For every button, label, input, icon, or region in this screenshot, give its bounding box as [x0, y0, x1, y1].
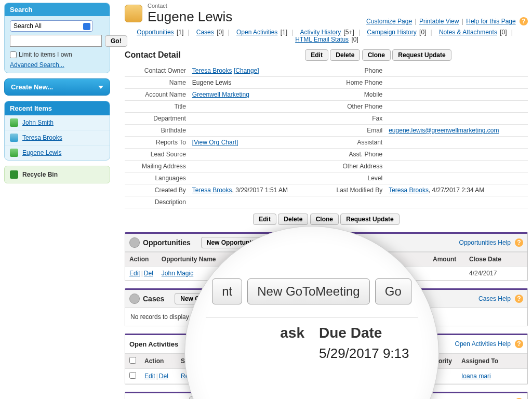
email-link[interactable]: eugene.lewis@greenwellmarketing.com [389, 127, 499, 134]
created-by-link[interactable]: Teresa Brooks [192, 187, 232, 194]
contact-icon [10, 118, 18, 127]
help-link[interactable]: Help for this Page [466, 18, 515, 25]
edit-button[interactable]: Edit [253, 214, 276, 225]
help-icon[interactable]: ? [515, 340, 523, 348]
search-panel: Search Search All Go! Limit to items I o… [4, 3, 110, 73]
modified-by-link[interactable]: Teresa Brooks [389, 187, 429, 194]
rel-open-activities[interactable]: Open Activities [236, 29, 277, 36]
open-activities-title: Open Activities [129, 340, 178, 348]
opportunities-title: Opportunities [143, 238, 191, 247]
rel-cases[interactable]: Cases [196, 29, 214, 36]
recent-item[interactable]: John Smith [5, 115, 110, 130]
contact-icon [125, 5, 142, 22]
go-button-zoom[interactable]: Go [375, 278, 411, 304]
select-all-checkbox[interactable] [129, 357, 136, 364]
recycle-bin-button[interactable]: Recycle Bin [4, 166, 110, 183]
rel-notes[interactable]: Notes & Attachments [439, 29, 497, 36]
search-scope-select[interactable]: Search All [10, 20, 93, 32]
printable-view-link[interactable]: Printable View [419, 18, 459, 25]
contact-icon [10, 149, 18, 157]
due-date-col-zoom: Due Date [319, 325, 418, 341]
row-checkbox[interactable] [129, 372, 136, 379]
delete-link[interactable]: Del [159, 373, 168, 380]
new-gotomeeting-button-zoom[interactable]: New GoToMeeting [247, 278, 369, 304]
help-icon[interactable]: ? [515, 295, 523, 303]
edit-button[interactable]: Edit [305, 49, 328, 61]
rel-activity-history[interactable]: Activity History [300, 29, 341, 36]
recent-item[interactable]: Teresa Brooks [5, 130, 110, 145]
page-title: Eugene Lewis [148, 9, 232, 25]
recent-items-header: Recent Items [5, 101, 110, 115]
delete-button[interactable]: Delete [330, 49, 360, 61]
request-update-button[interactable]: Request Update [340, 214, 399, 225]
rel-opportunities[interactable]: Opportunities [137, 29, 174, 36]
related-links: Opportunities [1]| Cases [0]| Open Activ… [125, 29, 528, 43]
edit-link[interactable]: Edit [144, 373, 155, 380]
case-icon [129, 294, 140, 304]
view-org-chart-link[interactable]: [View Org Chart] [192, 139, 238, 146]
recent-item[interactable]: Eugene Lewis [5, 145, 110, 160]
recent-item-link[interactable]: John Smith [22, 119, 54, 126]
delete-button[interactable]: Delete [278, 214, 308, 225]
trash-icon [10, 170, 18, 179]
change-owner-link[interactable]: [Change] [234, 67, 259, 74]
customize-page-link[interactable]: Customize Page [366, 18, 412, 25]
create-new-button[interactable]: Create New... [4, 78, 110, 96]
task-col-zoom: ask [206, 325, 304, 341]
cases-help-link[interactable]: Cases Help [478, 295, 511, 302]
rel-html-email[interactable]: HTML Email Status [295, 36, 349, 43]
clone-button[interactable]: Clone [362, 49, 391, 61]
edit-link[interactable]: Edit [129, 270, 140, 277]
help-icon[interactable]: ? [515, 238, 523, 247]
owner-link[interactable]: Teresa Brooks [192, 67, 232, 74]
search-header: Search [5, 3, 110, 16]
account-link[interactable]: Greenwell Marketing [192, 91, 249, 98]
opportunity-link[interactable]: John Magic [162, 270, 193, 277]
due-date-value-zoom: 5/29/2017 9:13 [319, 345, 418, 362]
chevron-down-icon [98, 86, 103, 89]
open-activities-help-link[interactable]: Open Activities Help [455, 340, 511, 348]
recent-item-link[interactable]: Eugene Lewis [22, 149, 61, 156]
contact-detail-title: Contact Detail [125, 50, 229, 60]
limit-checkbox[interactable] [10, 51, 17, 58]
new-event-button-zoom[interactable]: nt [212, 278, 242, 304]
opportunities-help-link[interactable]: Opportunities Help [459, 239, 511, 246]
cases-title: Cases [143, 295, 164, 303]
search-input[interactable] [10, 35, 102, 47]
clone-button[interactable]: Clone [310, 214, 339, 225]
advanced-search-link[interactable]: Advanced Search... [10, 61, 64, 69]
delete-link[interactable]: Del [144, 270, 153, 277]
request-update-button[interactable]: Request Update [392, 49, 451, 61]
rel-campaign-history[interactable]: Campaign History [367, 29, 416, 36]
help-icon[interactable]: ? [520, 17, 528, 25]
recent-items-panel: Recent Items John Smith Teresa Brooks Eu… [4, 101, 110, 161]
assigned-to-link[interactable]: Ioana mari [461, 373, 491, 380]
user-icon [10, 134, 18, 142]
opportunity-icon [129, 237, 140, 248]
recent-item-link[interactable]: Teresa Brooks [22, 134, 62, 141]
contact-detail-table: Contact OwnerTeresa Brooks [Change]Phone… [125, 65, 528, 208]
record-type: Contact [148, 3, 232, 9]
limit-label: Limit to items I own [19, 51, 72, 58]
